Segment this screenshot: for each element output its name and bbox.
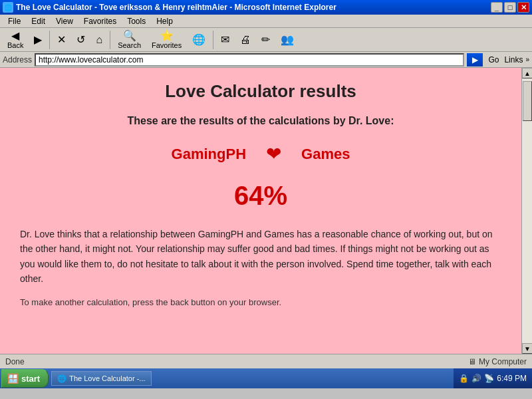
status-computer: 🖥 My Computer — [468, 357, 527, 366]
title-bar: 🌐 The Love Calculator - Tove eriksson & … — [0, 0, 532, 15]
star-icon: ⭐ — [160, 31, 174, 41]
scroll-thumb[interactable] — [523, 81, 532, 121]
favorites-label: Favorites — [152, 41, 182, 49]
media-icon: 🌐 — [192, 35, 205, 45]
scroll-up-button[interactable]: ▲ — [522, 68, 532, 78]
links-button[interactable]: Links — [504, 55, 523, 65]
windows-logo: 🪟 — [7, 373, 19, 384]
subtitle: These are the results of the calculation… — [20, 115, 501, 127]
back-icon: ◀ — [11, 31, 19, 41]
go-arrow[interactable]: ▶ — [467, 53, 483, 66]
print-button[interactable]: 🖨 — [235, 33, 255, 47]
browser-content-area: Love Calculator results These are the re… — [0, 68, 532, 354]
refresh-icon: ↺ — [76, 35, 85, 45]
back-button[interactable]: ◀ Back — [3, 29, 28, 51]
taskbar-items: 🌐 The Love Calculator -... — [49, 371, 454, 386]
vertical-scrollbar[interactable]: ▲ ▼ — [521, 68, 532, 354]
edit-button[interactable]: ✏ — [257, 33, 275, 47]
media-button[interactable]: 🌐 — [188, 33, 210, 47]
forward-button[interactable]: ▶ — [29, 33, 47, 47]
taskbar: 🪟 start 🌐 The Love Calculator -... 🔒 🔊 📡… — [0, 368, 532, 388]
main-content: Love Calculator results These are the re… — [0, 68, 521, 354]
toolbar: ◀ Back ▶ ✕ ↺ ⌂ 🔍 Search ⭐ Favorites 🌐 ✉ … — [0, 28, 532, 52]
mail-icon: ✉ — [221, 35, 229, 45]
taskbar-security-icon: 🔒 — [459, 374, 469, 383]
menu-bar: File Edit View Favorites Tools Help — [0, 15, 532, 28]
taskbar-volume-icon[interactable]: 🔊 — [471, 374, 481, 383]
menu-tools[interactable]: Tools — [122, 15, 151, 27]
home-icon: ⌂ — [96, 35, 102, 45]
computer-label: My Computer — [479, 357, 527, 366]
taskbar-item-label: The Love Calculator -... — [69, 374, 145, 382]
menu-help[interactable]: Help — [151, 15, 178, 27]
window-icon: 🌐 — [3, 2, 13, 13]
search-button[interactable]: 🔍 Search — [113, 29, 146, 51]
scroll-track[interactable] — [522, 78, 532, 343]
stop-icon: ✕ — [57, 35, 66, 45]
menu-view[interactable]: View — [51, 15, 78, 27]
home-button[interactable]: ⌂ — [91, 33, 107, 47]
mail-button[interactable]: ✉ — [216, 33, 234, 47]
discuss-icon: 👥 — [281, 35, 294, 45]
maximize-button[interactable]: □ — [504, 2, 516, 13]
go-button[interactable]: Go — [485, 55, 501, 65]
forward-icon: ▶ — [34, 35, 42, 45]
taskbar-item-icon: 🌐 — [57, 374, 66, 383]
description-text: Dr. Love thinks that a relationship betw… — [20, 227, 501, 287]
address-bar: Address ▶ Go Links » — [0, 52, 532, 68]
computer-icon: 🖥 — [468, 357, 476, 366]
menu-favorites[interactable]: Favorites — [78, 15, 122, 27]
toolbar-separator-3 — [213, 31, 213, 49]
name2: Games — [301, 146, 350, 163]
links-chevron[interactable]: » — [525, 56, 529, 63]
heart-icon: ❤ — [266, 143, 281, 165]
toolbar-separator-1 — [49, 31, 50, 49]
taskbar-item-browser[interactable]: 🌐 The Love Calculator -... — [51, 371, 151, 386]
search-label: Search — [118, 41, 141, 49]
favorites-button[interactable]: ⭐ Favorites — [147, 29, 186, 51]
menu-edit[interactable]: Edit — [26, 15, 51, 27]
back-label: Back — [7, 41, 23, 49]
status-bar: Done 🖥 My Computer — [0, 354, 532, 368]
percentage-display: 64% — [20, 181, 501, 211]
print-icon: 🖨 — [240, 35, 251, 45]
status-text: Done — [5, 357, 463, 366]
stop-button[interactable]: ✕ — [53, 33, 70, 47]
start-label: start — [21, 374, 40, 384]
taskbar-network-icon: 📡 — [484, 374, 494, 383]
names-row: GamingPH ❤ Games — [20, 143, 501, 165]
taskbar-time: 6:49 PM — [497, 374, 527, 383]
name1: GamingPH — [172, 146, 246, 163]
start-button[interactable]: 🪟 start — [1, 369, 49, 388]
edit-icon: ✏ — [261, 35, 270, 45]
search-icon: 🔍 — [123, 31, 136, 41]
page-title: Love Calculator results — [20, 81, 501, 102]
taskbar-right: 🔒 🔊 📡 6:49 PM — [454, 368, 532, 388]
discuss-button[interactable]: 👥 — [276, 33, 299, 47]
another-calc-text: To make another calculation, press the b… — [20, 297, 501, 307]
address-input[interactable] — [35, 53, 464, 66]
scroll-down-button[interactable]: ▼ — [522, 343, 532, 354]
close-button[interactable]: ✕ — [517, 2, 529, 13]
window-title: The Love Calculator - Tove eriksson & He… — [16, 3, 336, 12]
address-label: Address — [3, 55, 32, 65]
minimize-button[interactable]: _ — [491, 2, 503, 13]
menu-file[interactable]: File — [3, 15, 26, 27]
toolbar-separator-2 — [110, 31, 110, 49]
refresh-button[interactable]: ↺ — [72, 33, 90, 47]
